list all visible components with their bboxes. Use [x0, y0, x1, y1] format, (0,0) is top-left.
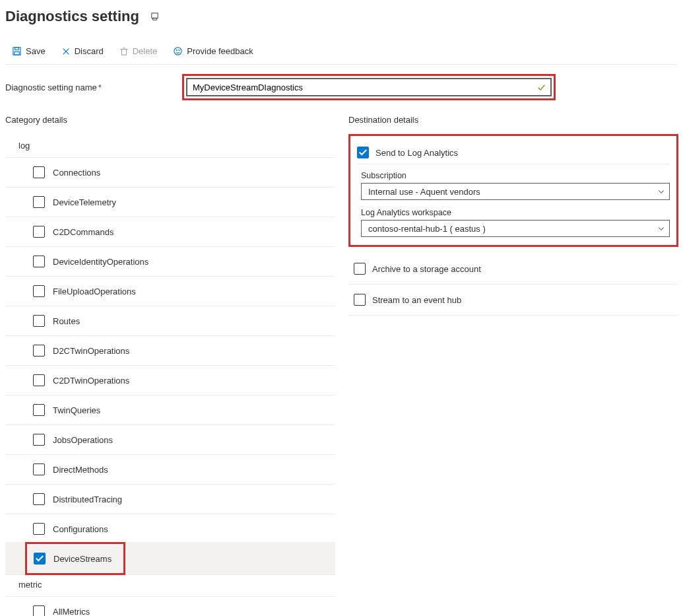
- group-metric-title: metric: [5, 573, 335, 597]
- subscription-select[interactable]: Internal use - Aquent vendors: [361, 183, 670, 200]
- log-analytics-highlight: Send to Log Analytics Subscription Inter…: [348, 134, 678, 247]
- cat-label: Routes: [53, 316, 80, 326]
- cat-label: C2DTwinOperations: [53, 376, 129, 386]
- cat-checkbox[interactable]: [33, 493, 45, 505]
- save-label: Save: [26, 46, 46, 56]
- subscription-value: Internal use - Aquent vendors: [368, 187, 480, 197]
- dest-row-storage[interactable]: Archive to a storage account: [348, 254, 678, 285]
- dest-checkbox-loganalytics[interactable]: [357, 147, 369, 158]
- cat-row-allmetrics[interactable]: AllMetrics: [5, 597, 335, 616]
- toolbar: Save Discard Delete Provide feedback: [5, 38, 678, 65]
- cat-row-c2dtwin[interactable]: C2DTwinOperations: [5, 366, 335, 395]
- cat-checkbox[interactable]: [33, 285, 45, 297]
- svg-rect-4: [15, 51, 20, 55]
- dest-label: Stream to an event hub: [372, 295, 461, 305]
- cat-label: AllMetrics: [53, 607, 90, 617]
- cat-label: DeviceTelemetry: [53, 197, 116, 207]
- cat-checkbox[interactable]: [33, 315, 45, 327]
- dest-checkbox-eventhub[interactable]: [354, 294, 366, 306]
- svg-rect-3: [15, 48, 19, 50]
- devicestreams-highlight: DeviceStreams: [25, 542, 125, 575]
- cat-checkbox[interactable]: [33, 345, 45, 357]
- svg-rect-7: [121, 49, 126, 55]
- trash-icon: [119, 47, 129, 56]
- close-icon: [61, 47, 71, 56]
- cat-row-deviceidentity[interactable]: DeviceIdentityOperations: [5, 247, 335, 277]
- dest-row-eventhub[interactable]: Stream to an event hub: [348, 285, 678, 316]
- cat-label: DeviceIdentityOperations: [53, 257, 148, 267]
- cat-checkbox[interactable]: [33, 374, 45, 386]
- svg-point-12: [179, 50, 179, 51]
- cat-label: C2DCommands: [53, 227, 114, 237]
- cat-checkbox[interactable]: [33, 463, 45, 475]
- subscription-label: Subscription: [361, 171, 670, 180]
- cat-checkbox[interactable]: [33, 404, 45, 416]
- discard-label: Discard: [75, 46, 104, 56]
- destination-title: Destination details: [348, 115, 678, 125]
- cat-checkbox[interactable]: [34, 553, 46, 565]
- workspace-value: contoso-rental-hub-1 ( eastus ): [368, 224, 486, 234]
- page-title: Diagnostics setting: [5, 8, 139, 25]
- cat-label: FileUploadOperations: [53, 287, 136, 296]
- workspace-select[interactable]: contoso-rental-hub-1 ( eastus ): [361, 220, 670, 237]
- svg-point-10: [174, 48, 181, 55]
- cat-checkbox[interactable]: [33, 226, 45, 238]
- svg-rect-0: [152, 13, 158, 18]
- feedback-button[interactable]: Provide feedback: [166, 44, 259, 59]
- category-title: Category details: [5, 115, 335, 125]
- workspace-label: Log Analytics workspace: [361, 208, 670, 217]
- cat-row-distributedtracing[interactable]: DistributedTracing: [5, 485, 335, 514]
- setting-name-highlight: [182, 74, 556, 100]
- feedback-label: Provide feedback: [187, 46, 253, 56]
- cat-checkbox[interactable]: [33, 523, 45, 535]
- cat-label: DirectMethods: [53, 465, 108, 475]
- cat-row-configurations[interactable]: Configurations: [5, 514, 335, 544]
- cat-label: TwinQueries: [53, 405, 100, 415]
- cat-label: Configurations: [53, 524, 108, 534]
- cat-row-directmethods[interactable]: DirectMethods: [5, 455, 335, 485]
- cat-label: JobsOperations: [53, 435, 113, 445]
- cat-row-routes[interactable]: Routes: [5, 306, 335, 336]
- chevron-down-icon: [657, 224, 665, 232]
- cat-row-twinqueries[interactable]: TwinQueries: [5, 395, 335, 425]
- pin-icon[interactable]: [150, 12, 160, 22]
- dest-label: Archive to a storage account: [372, 264, 481, 274]
- cat-row-c2dcommands[interactable]: C2DCommands: [5, 217, 335, 247]
- delete-button: Delete: [113, 44, 164, 59]
- cat-label: D2CTwinOperations: [53, 346, 129, 356]
- cat-row-devicetelemetry[interactable]: DeviceTelemetry: [5, 188, 335, 217]
- smiley-icon: [173, 46, 183, 56]
- cat-label: DistributedTracing: [53, 495, 122, 504]
- group-log-title: log: [5, 134, 335, 158]
- cat-checkbox[interactable]: [33, 166, 45, 178]
- cat-row-jobs[interactable]: JobsOperations: [5, 425, 335, 455]
- svg-rect-1: [153, 18, 157, 20]
- cat-checkbox[interactable]: [33, 605, 45, 616]
- cat-checkbox[interactable]: [33, 196, 45, 208]
- cat-row-devicestreams[interactable]: DeviceStreams: [27, 544, 123, 573]
- setting-name-label: Diagnostic setting name*: [5, 83, 170, 92]
- cat-checkbox[interactable]: [33, 256, 45, 267]
- check-icon: [537, 83, 546, 92]
- cat-checkbox[interactable]: [33, 434, 45, 446]
- dest-label: Send to Log Analytics: [375, 148, 458, 158]
- chevron-down-icon: [657, 188, 665, 195]
- cat-row-d2ctwin[interactable]: D2CTwinOperations: [5, 336, 335, 366]
- delete-label: Delete: [133, 46, 158, 56]
- cat-label: DeviceStreams: [53, 554, 112, 564]
- cat-row-connections[interactable]: Connections: [5, 158, 335, 188]
- save-button[interactable]: Save: [5, 44, 52, 59]
- discard-button[interactable]: Discard: [55, 44, 110, 59]
- dest-checkbox-storage[interactable]: [354, 263, 366, 275]
- cat-label: Connections: [53, 168, 100, 178]
- setting-name-input[interactable]: [187, 79, 551, 96]
- dest-row-loganalytics[interactable]: Send to Log Analytics: [357, 141, 670, 164]
- save-icon: [12, 46, 22, 56]
- svg-point-11: [176, 50, 177, 51]
- cat-row-fileupload[interactable]: FileUploadOperations: [5, 277, 335, 306]
